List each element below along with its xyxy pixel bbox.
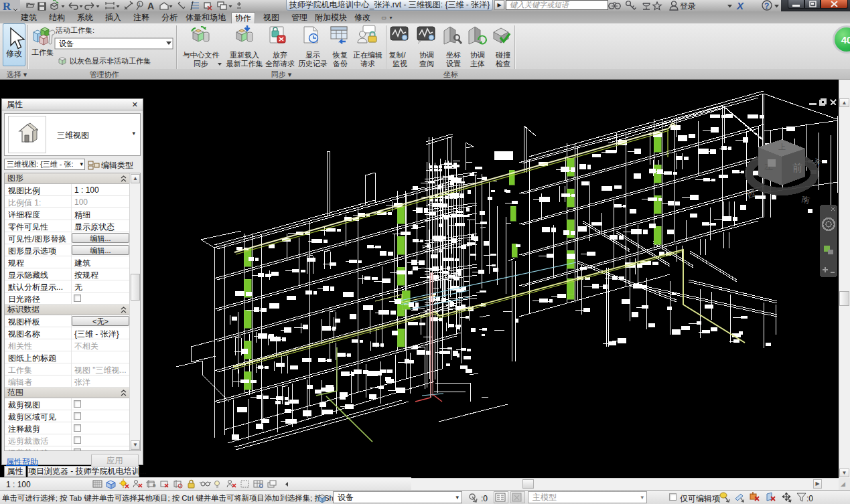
svg-text:?: ? (764, 1, 769, 11)
svg-text::0: :0 (481, 494, 488, 503)
svg-text:以灰色显示非活动工作集: 以灰色显示非活动工作集 (70, 57, 151, 65)
svg-text:请求: 请求 (360, 60, 375, 68)
svg-text:历史记录: 历史记录 (298, 60, 328, 68)
svg-text:恢复: 恢复 (332, 51, 348, 59)
svg-text:上: 上 (778, 143, 786, 151)
svg-text::0: :0 (806, 494, 813, 503)
svg-text:西: 西 (746, 189, 757, 200)
svg-text:R: R (3, 0, 11, 11)
svg-text:9: 9 (153, 483, 156, 489)
svg-text:活动工作集:: 活动工作集: (55, 26, 94, 34)
svg-text:工作集: 工作集 (31, 48, 54, 56)
svg-text:A: A (147, 1, 154, 11)
svg-text:重新载入: 重新载入 (230, 51, 259, 59)
svg-text:最新工作集: 最新工作集 (226, 60, 263, 68)
svg-text:登录: 登录 (680, 1, 696, 11)
svg-text:坐标: 坐标 (446, 51, 461, 59)
svg-text:全部请求: 全部请求 (265, 60, 295, 68)
svg-text:监视: 监视 (393, 60, 407, 68)
svg-text:备份: 备份 (333, 60, 348, 68)
svg-text:显示: 显示 (305, 51, 320, 59)
svg-text:协调: 协调 (419, 51, 434, 59)
svg-text:设备: 设备 (59, 39, 74, 48)
svg-text:主体: 主体 (470, 60, 485, 68)
svg-text:协调: 协调 (470, 51, 485, 59)
svg-text:碰撞: 碰撞 (495, 51, 510, 59)
svg-text:修改: 修改 (6, 49, 22, 58)
svg-text:检查: 检查 (495, 60, 510, 68)
svg-text:设置: 设置 (446, 60, 461, 68)
svg-text:复制/: 复制/ (389, 51, 407, 59)
svg-text:正在编辑: 正在编辑 (353, 51, 382, 59)
svg-text:查阅: 查阅 (419, 60, 434, 68)
svg-text:放弃: 放弃 (273, 51, 287, 59)
svg-text:同步: 同步 (194, 60, 208, 68)
svg-text:X: X (736, 0, 744, 11)
svg-text:1: 1 (138, 2, 141, 7)
svg-text:与中心文件: 与中心文件 (183, 51, 220, 59)
svg-text:前: 前 (792, 162, 802, 173)
svg-text:南: 南 (800, 194, 810, 205)
